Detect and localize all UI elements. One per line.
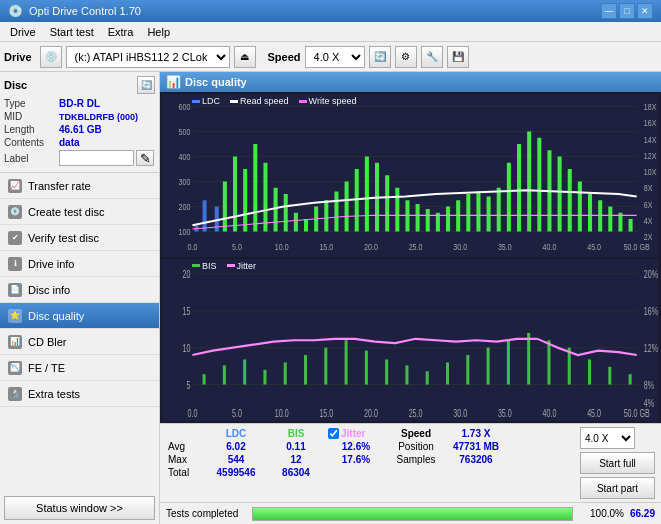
sidebar-item-transfer-rate[interactable]: 📈 Transfer rate	[0, 173, 159, 199]
svg-rect-69	[558, 157, 562, 232]
svg-text:600: 600	[179, 103, 191, 113]
minimize-button[interactable]: —	[601, 3, 617, 19]
svg-text:40.0: 40.0	[543, 407, 557, 419]
sidebar-item-drive-info[interactable]: ℹ Drive info	[0, 251, 159, 277]
svg-rect-117	[507, 340, 510, 384]
contents-label: Contents	[4, 137, 59, 148]
sidebar-item-fe-te[interactable]: 📉 FE / TE	[0, 355, 159, 381]
sidebar-item-cd-bler[interactable]: 📊 CD Bler	[0, 329, 159, 355]
menu-start-test[interactable]: Start test	[44, 24, 100, 40]
content-area: 📊 Disc quality LDC Read speed	[160, 72, 661, 524]
nav-label-disc-quality: Disc quality	[28, 310, 84, 322]
svg-text:4X: 4X	[644, 216, 653, 226]
sidebar-item-verify-test-disc[interactable]: ✔ Verify test disc	[0, 225, 159, 251]
stats-row-max-jitter: 17.6%	[326, 453, 386, 466]
stats-row-max-samples-label: Samples	[386, 453, 446, 466]
nav-label-verify-test-disc: Verify test disc	[28, 232, 99, 244]
svg-rect-40	[263, 163, 267, 232]
status-extra-value: 66.29	[630, 508, 655, 519]
svg-text:10.0: 10.0	[275, 243, 289, 253]
maximize-button[interactable]: □	[619, 3, 635, 19]
progress-bar	[252, 507, 573, 521]
menu-extra[interactable]: Extra	[102, 24, 140, 40]
settings-button2[interactable]: 🔧	[421, 46, 443, 68]
disc-panel: Disc 🔄 Type BD-R DL MID TDKBLDRFB (000) …	[0, 72, 159, 173]
svg-text:12X: 12X	[644, 151, 657, 161]
sidebar-item-create-test-disc[interactable]: 💿 Create test disc	[0, 199, 159, 225]
svg-text:200: 200	[179, 203, 191, 213]
label-input[interactable]	[59, 150, 134, 166]
svg-rect-123	[629, 374, 632, 384]
svg-text:10: 10	[183, 342, 191, 354]
svg-text:16X: 16X	[644, 119, 657, 129]
drive-label: Drive	[4, 51, 32, 63]
sidebar-item-disc-info[interactable]: 📄 Disc info	[0, 277, 159, 303]
jitter-checkbox[interactable]	[328, 428, 339, 439]
svg-rect-116	[487, 347, 490, 384]
svg-rect-35	[215, 207, 219, 232]
nav-label-extra-tests: Extra tests	[28, 388, 80, 400]
close-button[interactable]: ✕	[637, 3, 653, 19]
app-icon: 💿	[8, 4, 23, 18]
nav-label-fe-te: FE / TE	[28, 362, 65, 374]
svg-text:300: 300	[179, 178, 191, 188]
stats-row-max-label: Max	[166, 453, 206, 466]
label-edit-btn[interactable]: ✎	[136, 150, 154, 166]
svg-text:40.0: 40.0	[543, 243, 557, 253]
chart-ldc: LDC Read speed Write speed	[162, 94, 659, 257]
svg-rect-43	[294, 213, 298, 232]
toolbar: Drive 💿 (k:) ATAPI iHBS112 2 CLok ⏏ Spee…	[0, 42, 661, 72]
stats-row-total-empty	[386, 466, 446, 479]
stats-row-avg-label: Avg	[166, 440, 206, 453]
type-label: Type	[4, 98, 59, 109]
dq-icon: 📊	[166, 75, 181, 89]
svg-text:8%: 8%	[644, 379, 654, 391]
svg-rect-72	[588, 194, 592, 232]
svg-text:35.0: 35.0	[498, 243, 512, 253]
svg-rect-64	[507, 163, 511, 232]
svg-rect-115	[466, 355, 469, 385]
stats-row-total-label: Total	[166, 466, 206, 479]
start-part-button[interactable]: Start part	[580, 477, 655, 499]
svg-rect-106	[284, 362, 287, 384]
transfer-rate-icon: 📈	[8, 179, 22, 193]
drive-icon-btn[interactable]: 💿	[40, 46, 62, 68]
svg-rect-70	[568, 169, 572, 232]
length-label: Length	[4, 124, 59, 135]
stats-row-max-bis: 12	[266, 453, 326, 466]
chart-bis: BIS Jitter 20 15	[162, 259, 659, 422]
svg-text:10X: 10X	[644, 168, 657, 178]
start-full-button[interactable]: Start full	[580, 452, 655, 474]
svg-text:20.0: 20.0	[364, 243, 378, 253]
drive-select[interactable]: (k:) ATAPI iHBS112 2 CLok	[66, 46, 230, 68]
stats-row-total-empty2	[446, 466, 506, 479]
sidebar-item-extra-tests[interactable]: 🔬 Extra tests	[0, 381, 159, 407]
menu-bar: Drive Start test Extra Help	[0, 22, 661, 42]
speed-select-stats[interactable]: 4.0 X	[580, 427, 635, 449]
svg-text:14X: 14X	[644, 135, 657, 145]
legend-write-speed: Write speed	[309, 96, 357, 106]
cd-bler-icon: 📊	[8, 335, 22, 349]
speed-select-toolbar[interactable]: 4.0 X	[305, 46, 365, 68]
status-bar: Tests completed 100.0% 66.29	[160, 502, 661, 524]
svg-rect-71	[578, 182, 582, 232]
svg-rect-112	[405, 365, 408, 384]
refresh-button[interactable]: 🔄	[369, 46, 391, 68]
menu-drive[interactable]: Drive	[4, 24, 42, 40]
status-window-button[interactable]: Status window >>	[4, 496, 155, 520]
disc-refresh-btn[interactable]: 🔄	[137, 76, 155, 94]
progress-percentage: 100.0%	[579, 508, 624, 519]
legend-ldc: LDC	[202, 96, 220, 106]
fe-te-icon: 📉	[8, 361, 22, 375]
sidebar-item-disc-quality[interactable]: ⭐ Disc quality	[0, 303, 159, 329]
svg-text:50.0 GB: 50.0 GB	[624, 407, 650, 419]
eject-button[interactable]: ⏏	[234, 46, 256, 68]
settings-button1[interactable]: ⚙	[395, 46, 417, 68]
save-button[interactable]: 💾	[447, 46, 469, 68]
disc-info-icon: 📄	[8, 283, 22, 297]
menu-help[interactable]: Help	[141, 24, 176, 40]
status-text: Tests completed	[166, 508, 246, 519]
stats-col-speed: Speed	[386, 427, 446, 440]
label-label: Label	[4, 153, 59, 164]
stats-row-total-jitter	[326, 466, 386, 479]
